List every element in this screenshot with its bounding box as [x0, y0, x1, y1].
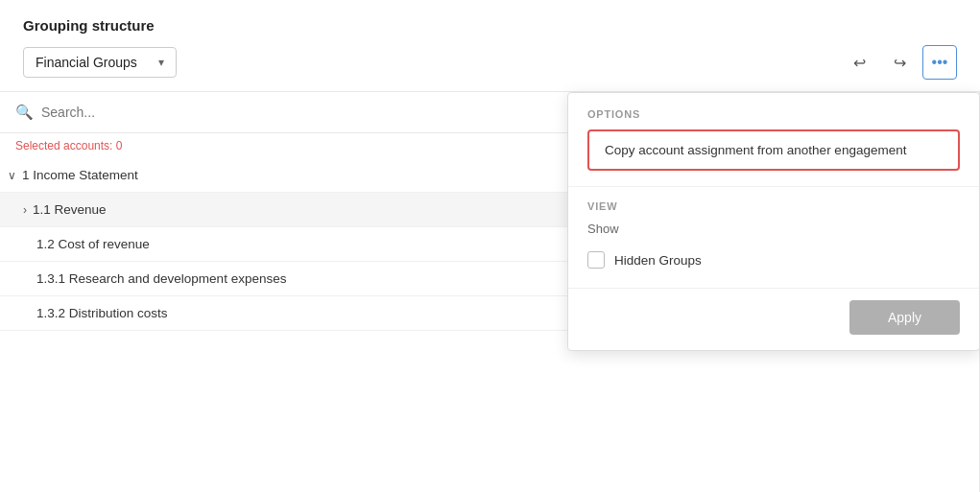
redo-button[interactable]: ↪	[882, 45, 917, 80]
view-section-title: VIEW	[587, 187, 960, 222]
financial-groups-dropdown[interactable]: Financial Groups ▾	[23, 47, 177, 78]
more-icon: •••	[932, 54, 948, 71]
hidden-groups-row: Hidden Groups	[587, 246, 960, 288]
apply-button[interactable]: Apply	[849, 300, 960, 335]
tree-item-label: 1.3.2 Distribution costs	[36, 306, 168, 320]
search-icon: 🔍	[15, 104, 34, 121]
more-options-button[interactable]: •••	[922, 45, 957, 80]
options-panel: OPTIONS Copy account assignment from ano…	[567, 92, 980, 351]
tree-item-label: 1.2 Cost of revenue	[36, 237, 150, 251]
options-section-title: OPTIONS	[568, 93, 979, 129]
view-section: VIEW Show Hidden Groups	[568, 186, 979, 288]
show-label: Show	[587, 222, 960, 236]
redo-icon: ↪	[894, 54, 906, 72]
header-actions: ↩ ↪ •••	[842, 45, 957, 80]
header: Grouping structure Financial Groups ▾ ↩ …	[0, 0, 980, 92]
tree-item-label: 1.1 Revenue	[33, 202, 107, 217]
expand-icon: ›	[23, 203, 27, 217]
undo-button[interactable]: ↩	[842, 45, 876, 80]
grouping-structure-title: Grouping structure	[23, 17, 957, 34]
dropdown-label: Financial Groups	[36, 55, 137, 70]
undo-icon: ↩	[853, 54, 866, 72]
copy-account-assignment-button[interactable]: Copy account assignment from another eng…	[587, 129, 960, 171]
page-container: Grouping structure Financial Groups ▾ ↩ …	[0, 0, 980, 492]
apply-row: Apply	[568, 288, 979, 350]
hidden-groups-checkbox[interactable]	[587, 251, 605, 269]
hidden-groups-label: Hidden Groups	[614, 253, 702, 268]
tree-item-label: 1 Income Statement	[22, 168, 138, 182]
header-row: Financial Groups ▾ ↩ ↪ •••	[23, 45, 957, 80]
main-content: 🔍 Selected accounts: 0 ∨ 1 Income Statem…	[0, 92, 980, 492]
tree-item-label: 1.3.1 Research and development expenses	[36, 271, 286, 286]
chevron-down-icon: ▾	[158, 56, 164, 69]
collapse-icon: ∨	[8, 169, 16, 182]
